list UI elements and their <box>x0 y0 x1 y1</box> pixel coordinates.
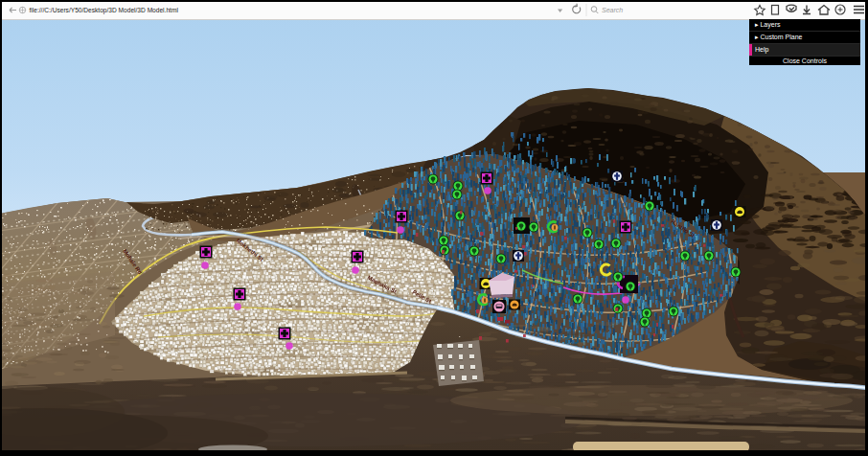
svg-text:file:///C:/Users/Y50/Desktop/3: file:///C:/Users/Y50/Desktop/3D Model/3D… <box>30 7 179 14</box>
svg-text:Search: Search <box>602 7 623 13</box>
